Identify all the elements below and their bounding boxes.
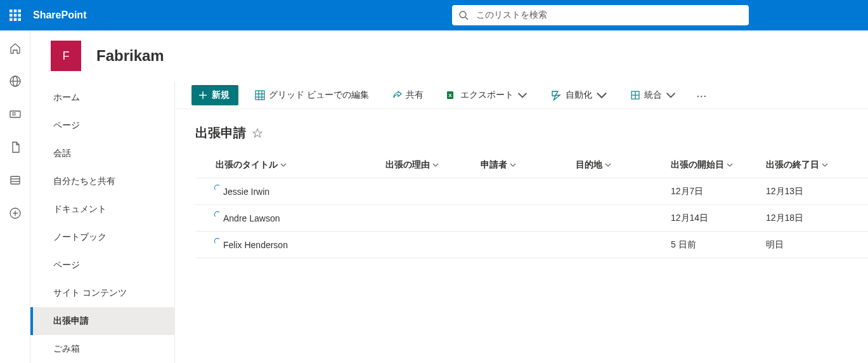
nav-item-notebook[interactable]: ノートブック	[30, 223, 174, 251]
row-start: 12月7日	[671, 186, 766, 197]
loading-spinner-icon	[214, 211, 221, 218]
more-actions-button[interactable]: ···	[692, 90, 711, 100]
col-header-dest[interactable]: 目的地	[576, 159, 671, 171]
grid-edit-button[interactable]: グリッド ビューでの編集	[249, 85, 375, 105]
loading-spinner-icon	[214, 238, 221, 244]
site-body: ホーム ページ 会話 自分たちと共有 ドキュメント ノートブック ページ サイト…	[30, 81, 868, 363]
grid-edit-label: グリッド ビューでの編集	[269, 89, 369, 101]
site-header: F Fabrikam	[30, 30, 868, 81]
nav-item-conversations[interactable]: 会話	[30, 140, 174, 168]
nav-pane: ホーム ページ 会話 自分たちと共有 ドキュメント ノートブック ページ サイト…	[30, 81, 175, 363]
row-start: 5 日前	[671, 239, 766, 251]
command-bar: 新規 グリッド ビューでの編集 共有 X エクスポート	[175, 81, 868, 109]
row-end: 12月13日	[766, 186, 861, 197]
svg-rect-7	[14, 18, 17, 22]
svg-rect-17	[11, 176, 20, 184]
nav-label: サイト コンテンツ	[53, 287, 127, 299]
nav-item-recycle[interactable]: ごみ箱	[30, 335, 174, 363]
home-icon[interactable]	[8, 41, 23, 56]
nav-item-trip-request[interactable]: 出張申請	[30, 307, 174, 335]
suite-bar: SharePoint このリストを検索	[0, 0, 868, 30]
site-title[interactable]: Fabrikam	[96, 47, 164, 65]
export-label: エクスポート	[460, 89, 514, 101]
globe-icon[interactable]	[8, 74, 23, 89]
row-start: 12月14日	[671, 213, 766, 224]
nav-label: 会話	[53, 148, 71, 159]
site-logo-letter: F	[63, 50, 70, 63]
page-title: 出張申請	[195, 124, 246, 142]
nav-item-documents[interactable]: ドキュメント	[30, 195, 174, 223]
nav-label: ページ	[53, 120, 80, 131]
col-header-label: 目的地	[576, 159, 602, 171]
export-button[interactable]: X エクスポート	[440, 85, 534, 105]
row-title: Jessie Irwin	[223, 187, 269, 197]
content-area: 新規 グリッド ビューでの編集 共有 X エクスポート	[175, 81, 868, 363]
nav-label: 自分たちと共有	[53, 176, 115, 187]
favorite-star-icon[interactable]	[252, 128, 262, 138]
nav-item-shared[interactable]: 自分たちと共有	[30, 168, 174, 195]
col-header-start[interactable]: 出張の開始日	[671, 159, 766, 171]
share-button[interactable]: 共有	[385, 85, 430, 105]
brand-label[interactable]: SharePoint	[30, 10, 86, 21]
row-title-cell[interactable]: Jessie Irwin	[195, 187, 385, 197]
site-logo[interactable]: F	[51, 41, 81, 71]
svg-rect-6	[10, 18, 13, 22]
left-rail	[0, 30, 30, 363]
svg-marker-35	[253, 129, 262, 137]
svg-rect-25	[256, 91, 264, 100]
automate-button[interactable]: 自動化	[544, 85, 614, 105]
svg-rect-14	[10, 111, 20, 117]
new-icon[interactable]	[8, 206, 23, 221]
col-header-applicant[interactable]: 申請者	[481, 159, 576, 171]
svg-point-9	[460, 11, 466, 18]
svg-rect-5	[18, 14, 22, 17]
col-header-reason[interactable]: 出張の理由	[385, 159, 481, 171]
row-title-cell[interactable]: Felix Henderson	[195, 240, 385, 250]
nav-label: ドキュメント	[53, 204, 107, 215]
search-placeholder: このリストを検索	[476, 10, 547, 21]
integrate-label: 統合	[644, 89, 662, 101]
col-header-label: 出張のタイトル	[216, 159, 278, 171]
search-input[interactable]: このリストを検索	[452, 5, 749, 25]
list-header-row: 出張のタイトル 出張の理由 申請者 目的地	[195, 152, 868, 178]
shell: F Fabrikam ホーム ページ 会話 自分たちと共有 ドキュメント ノート…	[0, 30, 868, 363]
table-row[interactable]: Felix Henderson 5 日前 明日	[195, 232, 868, 258]
row-end: 明日	[766, 239, 861, 251]
share-label: 共有	[406, 89, 424, 101]
table-row[interactable]: Jessie Irwin 12月7日 12月13日	[195, 178, 868, 205]
app-launcher-icon[interactable]	[0, 0, 30, 30]
site-shell: F Fabrikam ホーム ページ 会話 自分たちと共有 ドキュメント ノート…	[30, 30, 868, 363]
svg-rect-3	[10, 14, 13, 17]
automate-label: 自動化	[566, 89, 592, 101]
svg-rect-2	[18, 10, 22, 13]
nav-item-home[interactable]: ホーム	[30, 84, 174, 112]
svg-rect-0	[10, 10, 13, 13]
col-header-end[interactable]: 出張の終了日	[766, 159, 861, 171]
row-title-cell[interactable]: Andre Lawson	[195, 213, 385, 223]
nav-item-pages[interactable]: ページ	[30, 112, 174, 140]
nav-item-pages2[interactable]: ページ	[30, 251, 174, 279]
col-header-label: 出張の開始日	[671, 159, 724, 171]
table-row[interactable]: Andre Lawson 12月14日 12月18日	[195, 205, 868, 232]
file-icon[interactable]	[8, 140, 23, 155]
nav-label: ホーム	[53, 92, 80, 103]
col-header-label: 申請者	[481, 159, 507, 171]
nav-label: ノートブック	[53, 232, 107, 243]
row-title: Andre Lawson	[223, 213, 280, 223]
news-icon[interactable]	[8, 107, 23, 122]
loading-spinner-icon	[214, 185, 221, 191]
list-grid: 出張のタイトル 出張の理由 申請者 目的地	[175, 152, 868, 258]
new-button[interactable]: 新規	[191, 85, 238, 105]
new-button-label: 新規	[212, 89, 230, 101]
svg-rect-8	[18, 18, 22, 22]
col-header-label: 出張の終了日	[766, 159, 819, 171]
nav-item-sitecontent[interactable]: サイト コンテンツ	[30, 279, 174, 307]
page-title-row: 出張申請	[175, 109, 868, 152]
col-header-title[interactable]: 出張のタイトル	[195, 159, 385, 171]
list-icon[interactable]	[8, 173, 23, 188]
svg-rect-4	[14, 14, 17, 17]
row-end: 12月18日	[766, 213, 861, 224]
integrate-button[interactable]: 統合	[624, 85, 682, 105]
svg-line-10	[465, 17, 468, 20]
svg-rect-1	[14, 10, 17, 13]
